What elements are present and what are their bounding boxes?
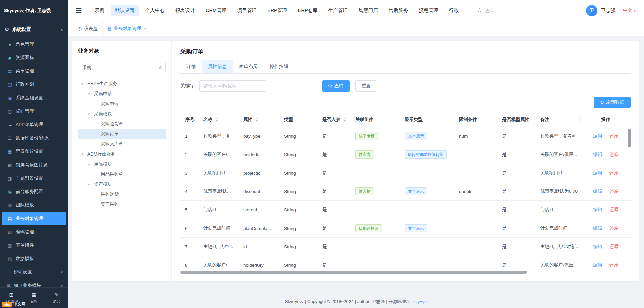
column-header[interactable]: 属性 xyxy=(238,112,279,127)
footer-link[interactable]: skyeye xyxy=(413,299,427,304)
column-header[interactable]: 关联组件 xyxy=(351,112,400,127)
sidebar-item[interactable]: ▤ 业务对象管理 xyxy=(2,212,66,225)
sidebar-bottom-action[interactable]: ▦ 日程 xyxy=(22,288,45,308)
keyword-input[interactable] xyxy=(199,80,266,92)
tree-search-input[interactable] xyxy=(78,62,166,73)
clear-icon[interactable]: ⊗ xyxy=(159,65,163,70)
tree-node[interactable]: ▾ 用品模块 xyxy=(78,159,166,169)
edit-link[interactable]: 编辑 xyxy=(593,244,602,249)
tree-node[interactable]: ▾ ADM行政服务 xyxy=(78,149,166,159)
restore-link[interactable]: 还原 xyxy=(609,133,619,138)
tree-node[interactable]: ▾ ERP+生产服务 xyxy=(78,79,166,89)
sort-asc-icon[interactable] xyxy=(255,118,258,119)
restore-link[interactable]: 还原 xyxy=(609,207,619,212)
restore-link[interactable]: 还原 xyxy=(609,170,619,175)
sort-asc-icon[interactable] xyxy=(343,118,346,119)
sidebar-bottom-action[interactable]: ✎ 笔记 xyxy=(45,288,68,308)
tree-node[interactable]: ▾ 资产采购 xyxy=(78,199,166,209)
sort-desc-icon[interactable] xyxy=(343,120,346,122)
sidebar-item[interactable]: ◆ 资源图标 xyxy=(2,51,66,64)
sidebar-item[interactable]: ▤ 菜单管理 xyxy=(2,64,66,78)
refresh-data-button[interactable]: ↻ 刷新数据 xyxy=(594,97,631,108)
tree-node[interactable]: ▾ 采购模块 xyxy=(78,109,166,119)
tab[interactable]: 属性信息 xyxy=(202,60,233,73)
avatar[interactable]: 卫 xyxy=(586,5,597,16)
sidebar-item[interactable]: ▩ 锁屏背景图片设... xyxy=(2,158,66,172)
tree-node[interactable]: ▾ 采购订单 xyxy=(78,129,166,139)
sidebar-item[interactable]: ◫ 行政区划 xyxy=(2,78,66,91)
edit-link[interactable]: 编辑 xyxy=(593,226,602,231)
tree-node[interactable]: ▾ 采购退货单 xyxy=(78,119,166,129)
column-header[interactable]: 限制条件 xyxy=(454,112,497,127)
close-icon[interactable]: × xyxy=(144,26,147,31)
tree-node[interactable]: ▾ 用品采购单 xyxy=(78,169,166,179)
sort-desc-icon[interactable] xyxy=(255,120,258,122)
search-button[interactable]: 查询 xyxy=(322,80,350,92)
edit-link[interactable]: 编辑 xyxy=(593,133,602,138)
sidebar-item[interactable]: ▦ 背景图片设置 xyxy=(2,145,66,158)
edit-link[interactable]: 编辑 xyxy=(593,152,602,157)
sort-asc-icon[interactable] xyxy=(215,118,218,119)
topnav-item[interactable]: 生产管理 xyxy=(324,5,352,16)
tree-node[interactable]: ▾ 采购入库单 xyxy=(78,139,166,149)
topnav-item[interactable]: 默认桌面 xyxy=(111,5,139,16)
topnav-item[interactable]: 流程管理 xyxy=(415,5,442,16)
horizontal-scrollbar-thumb[interactable] xyxy=(180,271,527,274)
edit-link[interactable]: 编辑 xyxy=(593,207,602,212)
tree-node[interactable]: ▾ 采购申请 xyxy=(78,99,166,109)
sort-icons[interactable] xyxy=(215,118,218,122)
sidebar-item[interactable]: ▧ 编码管理 xyxy=(2,225,66,239)
column-header[interactable]: 是否入参 xyxy=(318,112,351,127)
topnav-item[interactable]: CRM管理 xyxy=(202,5,230,16)
topnav-item[interactable]: 售后服务 xyxy=(385,5,412,16)
edit-link[interactable]: 编辑 xyxy=(593,170,602,175)
hamburger-menu-icon[interactable]: ☰ xyxy=(76,7,82,15)
sidebar-item[interactable]: ☰ 数据库备份/还原 xyxy=(2,131,66,145)
restore-link[interactable]: 还原 xyxy=(609,262,619,267)
topnav-item[interactable]: 智慧门店 xyxy=(355,5,382,16)
sidebar-item[interactable]: ▢ 桌面管理 xyxy=(2,105,66,118)
column-header[interactable]: 显示类型 xyxy=(400,112,454,127)
topnav-item[interactable]: 项目管理 xyxy=(233,5,261,16)
column-header[interactable]: 类型 xyxy=(279,112,318,127)
sidebar-item[interactable]: ◨ 主题背景设置 xyxy=(2,172,66,185)
topnav-item[interactable]: ERP管理 xyxy=(263,5,291,16)
restore-link[interactable]: 还原 xyxy=(609,244,619,249)
restore-link[interactable]: 还原 xyxy=(609,226,619,231)
sidebar-item[interactable]: ◎ 前台服务配置 xyxy=(2,185,66,198)
tree-node[interactable]: ▾ 采购退货 xyxy=(78,189,166,199)
sidebar-item[interactable]: ▨ 数据模板 xyxy=(2,252,66,265)
topnav-item[interactable]: 报表设计 xyxy=(171,5,199,16)
topnav-item[interactable]: 示例 xyxy=(91,5,108,16)
sidebar-item[interactable]: ● 角色管理 xyxy=(2,38,66,51)
sort-desc-icon[interactable] xyxy=(215,120,218,122)
column-header[interactable]: 序号 xyxy=(180,112,199,127)
sort-icons[interactable] xyxy=(255,118,258,122)
reset-button[interactable]: 重置 xyxy=(355,80,377,92)
topnav-item[interactable]: 行政 xyxy=(445,5,463,16)
sidebar-section[interactable]: ▦ 项目业务模块 ∨ xyxy=(0,279,68,287)
vertical-scrollbar-thumb[interactable] xyxy=(628,129,631,147)
restore-link[interactable]: 还原 xyxy=(609,152,619,157)
topnav-item[interactable]: 个人中心 xyxy=(141,5,169,16)
page-tab[interactable]: ◷ 仪表盘 × xyxy=(73,21,102,36)
edit-link[interactable]: 编辑 xyxy=(593,262,602,267)
tree-node[interactable]: ▾ 资产模块 xyxy=(78,179,166,189)
tab[interactable]: 详情 xyxy=(180,60,202,73)
column-header[interactable]: 名称 xyxy=(199,112,238,127)
edit-link[interactable]: 编辑 xyxy=(593,189,602,194)
sidebar-section[interactable]: ▭ 说明设置 ∨ xyxy=(0,265,68,279)
sidebar-item[interactable]: ☁ APP菜单管理 xyxy=(2,118,66,131)
column-header[interactable]: 备注 xyxy=(536,112,581,127)
column-header[interactable]: 是否模型属性 xyxy=(497,112,536,127)
sidebar-item[interactable]: ▣ 系统基础设置 xyxy=(2,91,66,105)
top-search-input[interactable] xyxy=(485,8,512,13)
sidebar-item[interactable]: ▥ 表单组件 xyxy=(2,239,66,252)
tab[interactable]: 表单布局 xyxy=(233,60,264,73)
tab[interactable]: 操作按钮 xyxy=(264,60,294,73)
sidebar-item[interactable]: ▥ 团队模板 xyxy=(2,198,66,212)
sidebar-section-system-settings[interactable]: ⚙ 系统设置 ∧ xyxy=(0,21,68,38)
user-name[interactable]: 卫志强 xyxy=(601,7,615,14)
page-tab[interactable]: ▦ 业务对象管理 × xyxy=(102,21,151,36)
column-header[interactable]: 操作 xyxy=(581,112,631,127)
